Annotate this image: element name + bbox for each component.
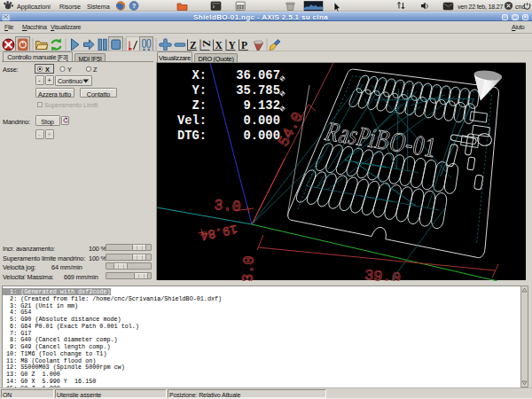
- svg-text:39.0: 39.0: [364, 267, 401, 281]
- svg-text:P: P: [241, 39, 247, 50]
- svg-text:?: ?: [132, 3, 136, 9]
- svg-text:3.0: 3.0: [214, 197, 242, 215]
- svg-text:3.0: 3.0: [239, 255, 258, 281]
- svg-text:Z: Z: [201, 40, 212, 47]
- svg-text:Y: Y: [229, 39, 237, 50]
- svg-text:Z: Z: [190, 39, 197, 50]
- svg-text:X: X: [215, 39, 223, 50]
